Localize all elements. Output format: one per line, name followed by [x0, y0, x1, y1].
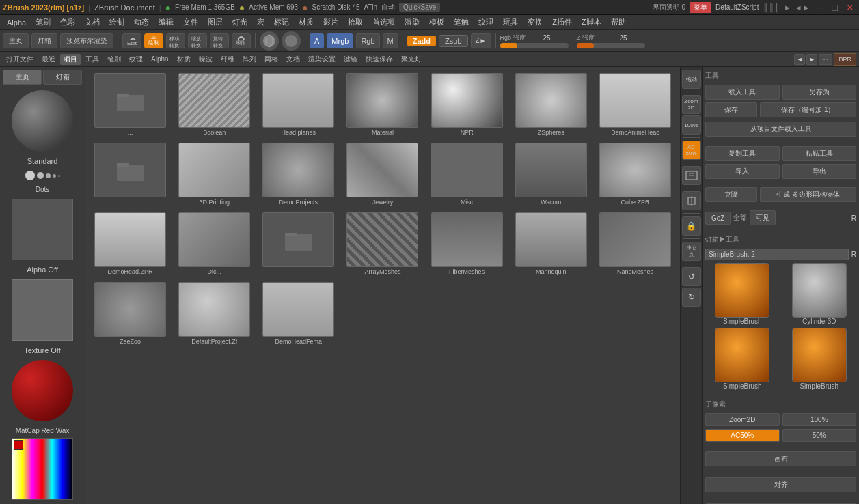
matcap-thumb[interactable]	[12, 360, 73, 421]
color-picker[interactable]	[12, 438, 73, 500]
menu-file[interactable]: 文件	[179, 16, 202, 29]
tool-item-simplebrush1[interactable]: SimpleBrush	[705, 263, 780, 325]
lp-tab-home[interactable]: 主页	[3, 70, 42, 85]
scale-btn[interactable]: 缩放转换	[188, 33, 207, 48]
tb2-open[interactable]: 打开文件	[3, 54, 37, 65]
proj-item-cube[interactable]: Cube.ZPR	[595, 141, 676, 208]
move-btn[interactable]: 移动转换	[166, 33, 185, 48]
gen-poly-btn[interactable]: 生成 多边形网格物体	[760, 187, 856, 202]
zoom-pct-btn[interactable]: 100%	[682, 115, 701, 135]
quicksave-btn[interactable]: QuickSave	[399, 3, 440, 12]
zoom-val-btn[interactable]: 100%	[782, 413, 857, 426]
export-btn[interactable]: 导出	[782, 164, 857, 179]
pan-btn[interactable]: 拖动	[682, 70, 701, 89]
menu-color[interactable]: 色彩	[56, 16, 79, 29]
menu-transform[interactable]: 变换	[523, 16, 547, 29]
menu-brush[interactable]: 笔刷	[31, 16, 55, 29]
simplebrush-field[interactable]: SimpleBrush. 2	[705, 249, 849, 260]
menu-layer[interactable]: 图层	[204, 16, 227, 29]
menu-texture[interactable]: 纹理	[474, 16, 497, 29]
proj-item-jewelry[interactable]: Jewelry	[342, 141, 423, 208]
tb2-rendersettings[interactable]: 渲染设置	[305, 54, 339, 65]
clone-btn[interactable]: 克隆	[705, 187, 757, 202]
import-btn[interactable]: 导入	[705, 164, 780, 179]
proj-item-dic[interactable]: Dic...	[174, 210, 255, 277]
load-tool-btn[interactable]: 载入工具	[705, 85, 780, 100]
menu-toy[interactable]: 玩具	[499, 16, 522, 29]
save-num-btn[interactable]: 保存（编号加 1）	[760, 102, 856, 117]
proj-item-material[interactable]: Material	[342, 71, 423, 138]
menu-draw[interactable]: 绘制	[105, 16, 128, 29]
paste-tool-btn[interactable]: 粘贴工具	[782, 146, 857, 161]
goz-btn[interactable]: GoZ	[705, 212, 731, 225]
proj-item-folder3[interactable]	[258, 210, 339, 277]
draw-btn[interactable]: 绘制	[144, 33, 163, 48]
lp-tab-lightbox[interactable]: 灯箱	[43, 70, 82, 85]
more-btn[interactable]: ···	[819, 54, 832, 65]
menu-btn[interactable]: 菜单	[690, 2, 711, 13]
tb2-recent[interactable]: 最近	[38, 54, 59, 65]
canvas-view-btn[interactable]	[682, 166, 701, 185]
proj-item-misc[interactable]: Misc	[426, 141, 508, 208]
save-btn[interactable]: 保存	[705, 102, 757, 117]
proj-item-folder2[interactable]	[90, 141, 171, 208]
rgb-strength-slider[interactable]	[500, 43, 569, 48]
tb2-spotlight[interactable]: 聚光灯	[398, 54, 425, 65]
ac50-rp-btn[interactable]: AC50%	[705, 429, 780, 442]
proj-item-demohead[interactable]: DemoHead.ZPR	[90, 210, 171, 277]
menu-material[interactable]: 材质	[295, 16, 318, 29]
tb2-tool[interactable]: 工具	[82, 54, 103, 65]
brush-preview[interactable]	[12, 90, 73, 152]
alpha-thumb[interactable]	[12, 199, 73, 260]
zoom2d-rp-btn[interactable]: Zoom2D	[705, 413, 780, 426]
canvas-view-rp-btn[interactable]: 画布	[705, 451, 856, 466]
proj-item-npr[interactable]: NPR	[426, 71, 508, 138]
rotate-left-btn[interactable]: ↺	[682, 267, 701, 286]
zsub-btn[interactable]: Zsub	[439, 35, 467, 47]
proj-item-folder1[interactable]: ...	[90, 71, 171, 138]
rgb-btn[interactable]: Rgb	[356, 33, 379, 48]
tb2-fiber[interactable]: 纤维	[217, 54, 238, 65]
lock-btn[interactable]: 🔒	[682, 216, 701, 236]
home-btn[interactable]: 主页	[3, 33, 29, 48]
lightbox-btn[interactable]: 灯箱	[31, 33, 57, 48]
tb2-noise[interactable]: 噪波	[195, 54, 216, 65]
menu-marker[interactable]: 标记	[270, 16, 293, 29]
zoom2d-btn[interactable]: Zoom2D	[682, 95, 701, 114]
proj-item-demoheadf[interactable]: DemoHeadFema	[258, 280, 339, 347]
a-btn[interactable]: A	[310, 33, 324, 48]
proj-item-fibermesh[interactable]: FiberMeshes	[426, 210, 508, 277]
tb2-doc[interactable]: 文档	[283, 54, 303, 65]
proj-item-arraymesh[interactable]: ArrayMeshes	[342, 210, 423, 277]
copy-tool-btn[interactable]: 复制工具	[705, 146, 780, 161]
align-rp-btn[interactable]: 对齐	[705, 477, 856, 492]
preview-btn[interactable]: 预览布尔渲染	[60, 33, 113, 48]
menu-dynamic[interactable]: 动态	[130, 16, 153, 29]
z-btn[interactable]: Z►	[471, 33, 491, 48]
menu-pick[interactable]: 拾取	[344, 16, 367, 29]
menu-template[interactable]: 模板	[425, 16, 448, 29]
rotate-right-btn[interactable]: ↻	[682, 288, 701, 307]
goz-visible-btn[interactable]: 可见	[750, 210, 776, 225]
proj-item-headplanes[interactable]: Head planes	[258, 71, 339, 138]
ac50-btn[interactable]: AC50%	[682, 141, 701, 160]
menu-zscript[interactable]: Z脚本	[577, 16, 605, 29]
tb2-filter[interactable]: 滤镜	[340, 54, 361, 65]
texture-thumb[interactable]	[12, 279, 73, 341]
sphere-icon[interactable]	[260, 31, 279, 51]
bpr-btn[interactable]: BPR	[834, 53, 856, 66]
z-strength-slider[interactable]	[577, 43, 645, 48]
snap-btn[interactable]: 吸附	[232, 33, 251, 48]
menu-doc[interactable]: 文档	[81, 16, 104, 29]
menu-alpha[interactable]: Alpha	[3, 17, 30, 28]
tb2-material[interactable]: 材质	[174, 54, 194, 65]
mrgb-btn[interactable]: Mrgb	[327, 33, 353, 48]
proj-item-zeezoo[interactable]: ZeeZoo	[90, 280, 171, 347]
ac-val-btn[interactable]: 50%	[782, 429, 857, 442]
tb2-alpha[interactable]: Alpha	[148, 55, 172, 64]
proj-item-3dprint[interactable]: 3D Printing	[174, 141, 255, 208]
rotate-btn[interactable]: 旋转转换	[210, 33, 229, 48]
maximize-button[interactable]: □	[830, 2, 840, 13]
proj-item-defaultproj[interactable]: DefaultProject.Zf	[174, 280, 255, 347]
menu-macro[interactable]: 宏	[253, 16, 269, 29]
